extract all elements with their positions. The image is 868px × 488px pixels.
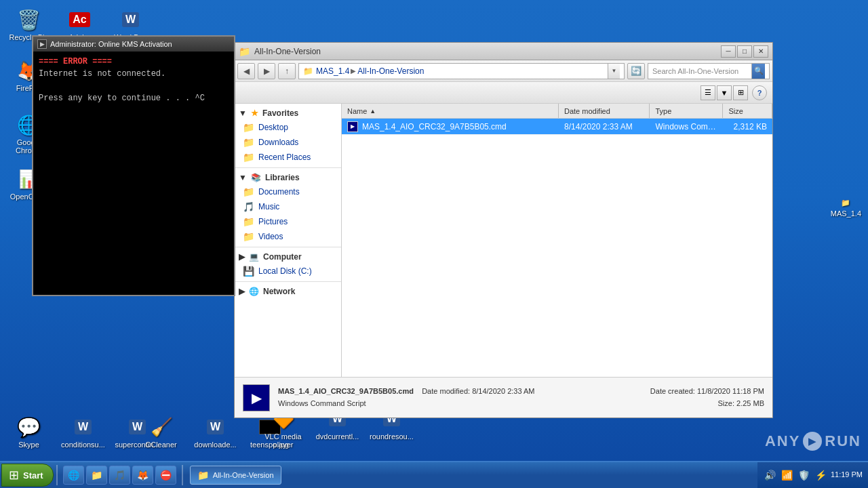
nav-favorites-header[interactable]: ▼ ★ Favorites [235,106,341,120]
nav-pane: ▼ ★ Favorites 📁 Desktop 📁 Downloads 📁 [235,104,342,377]
cmd-title-icon: ▶ [37,39,47,49]
address-path: MAS_1.4 ▶ All-In-One-Version [316,66,605,76]
nav-item-recent[interactable]: 📁 Recent Places [235,150,341,165]
nav-libraries-header[interactable]: ▼ 📚 Libraries [235,171,341,184]
refresh-button[interactable]: 🔄 [627,63,645,79]
nav-section-libraries: ▼ 📚 Libraries 📁 Documents 🎵 Music 📁 [235,171,341,244]
nav-bar: ◀ ▶ ↑ 📁 MAS_1.4 ▶ All-In-One-Version ▼ 🔄… [235,60,772,82]
nav-item-desktop[interactable]: 📁 Desktop [235,120,341,135]
favorites-star-icon: ★ [251,108,258,118]
back-button[interactable]: ◀ [237,63,255,79]
desktop-folder-icon: 📁 [243,122,254,133]
nav-item-downloads[interactable]: 📁 Downloads [235,135,341,150]
windows-logo-icon: ⊞ [9,468,19,483]
tray-icon-power[interactable]: ⚡ [814,468,828,482]
status-type: Windows Command Script [278,398,642,410]
quick-launch: 🌐 📁 🎵 🦊 ⛔ [60,466,179,485]
content-pane: Name ▲ Date modified Type Size [342,104,772,377]
tray-icon-volume[interactable]: 🔊 [763,468,777,482]
nav-divider-2 [235,247,341,247]
status-bar: ▶ MAS_1.4_AIO_CRC32_9A7B5B05.cmd Date mo… [235,377,772,418]
file-row-cmd[interactable]: ▶ MAS_1.4_AIO_CRC32_9A7B5B05.cmd 8/14/20… [342,119,772,135]
nav-item-pictures[interactable]: 📁 Pictures [235,214,341,229]
start-button[interactable]: ⊞ Start [1,464,54,487]
pictures-icon: 📁 [243,216,254,227]
preview-pane-button[interactable]: ⊞ [733,85,748,100]
nav-network-header[interactable]: ▶ 🌐 Network [235,285,341,298]
nav-item-local-disk[interactable]: 💾 Local Disk (C:) [235,264,341,279]
anyrun-play-icon: ▶ [803,432,822,451]
documents-icon: 📁 [243,186,254,197]
col-header-name[interactable]: Name ▲ [342,104,559,118]
view-buttons: ☰ ▼ ⊞ ? [701,85,767,100]
media-icon: 🎵 [114,470,125,481]
col-header-type[interactable]: Type [650,104,723,118]
view-list-button[interactable]: ☰ [701,85,715,100]
view-dropdown-button[interactable]: ▼ [717,85,732,100]
up-button[interactable]: ↑ [278,63,296,79]
status-file-icon: ▶ [243,384,270,411]
close-button[interactable]: ✕ [753,45,768,58]
explorer-taskbar-icon: 📁 [197,470,209,481]
cmd-error-line: ==== ERROR ==== [39,56,229,68]
file-list-header: Name ▲ Date modified Type Size [342,104,772,119]
col-header-date[interactable]: Date modified [559,104,650,118]
search-button[interactable]: 🔍 [751,64,765,79]
taskbar: ⊞ Start 🌐 📁 🎵 🦊 ⛔ 📁 [0,461,868,488]
address-part1[interactable]: MAS_1.4 [316,66,349,76]
address-part2[interactable]: All-In-One-Version [357,66,424,76]
quick-launch-ie[interactable]: 🌐 [63,466,84,485]
recent-icon: 📁 [243,152,254,163]
cmd-line1: Internet is not connected. [39,68,229,80]
cmd-file-icon: ▶ [347,121,358,132]
help-button[interactable]: ? [752,85,767,100]
explorer-title-left: 📁 All-In-One-Version [239,46,321,57]
maximize-button[interactable]: □ [737,45,752,58]
quick-launch-folder[interactable]: 📁 [86,466,107,485]
sort-arrow: ▲ [370,108,376,115]
cmd-titlebar: ▶ Administrator: Online KMS Activation [33,37,234,52]
anyrun-watermark: ANY ▶ RUN [765,432,861,451]
nav-computer-header[interactable]: ▶ 💻 Computer [235,250,341,264]
tray-icon-security[interactable]: 🛡️ [797,468,811,482]
desktop-icon-conditionsu[interactable]: W conditionsu... [58,411,108,454]
file-size-cell: 2,312 KB [723,122,772,131]
quick-launch-stop[interactable]: ⛔ [155,466,176,485]
cmd-window: ▶ Administrator: Online KMS Activation =… [32,35,235,296]
titlebar-buttons: ─ □ ✕ [721,45,768,58]
nav-section-favorites: ▼ ★ Favorites 📁 Desktop 📁 Downloads 📁 [235,106,341,165]
tray-icon-network[interactable]: 📶 [780,468,794,482]
libraries-icon: 📚 [251,173,261,182]
desktop-icon-ccleaner[interactable]: 🧹 CCleaner [136,411,186,454]
firefox-taskbar-icon: 🦊 [137,470,149,481]
nav-item-documents[interactable]: 📁 Documents [235,184,341,199]
libraries-expand-icon: ▼ [239,173,247,182]
nav-divider-3 [235,281,341,282]
status-filename: MAS_1.4_AIO_CRC32_9A7B5B05.cmd Date modi… [278,386,642,398]
forward-button[interactable]: ▶ [258,63,275,79]
music-icon: 🎵 [243,201,254,212]
quick-launch-media[interactable]: 🎵 [109,466,130,485]
address-dropdown[interactable]: ▼ [608,64,620,79]
file-type-cell: Windows Command ... [650,122,724,131]
taskbar-items: 📁 All-In-One-Version [186,466,757,485]
col-header-size[interactable]: Size [723,104,772,118]
desktop-folder-mas14[interactable]: 📁 MAS_1.4 [831,197,861,218]
cmd-line2 [39,80,229,92]
explorer-body: ▼ ★ Favorites 📁 Desktop 📁 Downloads 📁 [235,104,772,377]
address-bar: 📁 MAS_1.4 ▶ All-In-One-Version ▼ [298,63,625,79]
folder-taskbar-icon: 📁 [91,470,102,481]
network-expand-icon: ▶ [239,287,245,296]
nav-item-music[interactable]: 🎵 Music [235,199,341,214]
taskbar-separator2 [182,465,183,485]
minimize-button[interactable]: ─ [721,45,736,58]
desktop-icon-skype[interactable]: 💬 Skype [3,411,54,454]
nav-item-videos[interactable]: 📁 Videos [235,229,341,244]
quick-launch-firefox[interactable]: 🦊 [132,466,153,485]
cmd-line3: Press any key to continue . . . ^C [39,92,229,104]
desktop-icon-downloade[interactable]: W downloade... [190,411,241,454]
cmd-content: ==== ERROR ==== Internet is not connecte… [33,52,234,108]
explorer-window: 📁 All-In-One-Version ─ □ ✕ ◀ ▶ ↑ 📁 MAS_1… [234,42,773,418]
status-details: MAS_1.4_AIO_CRC32_9A7B5B05.cmd Date modi… [278,386,642,409]
taskbar-item-explorer[interactable]: 📁 All-In-One-Version [190,466,281,485]
